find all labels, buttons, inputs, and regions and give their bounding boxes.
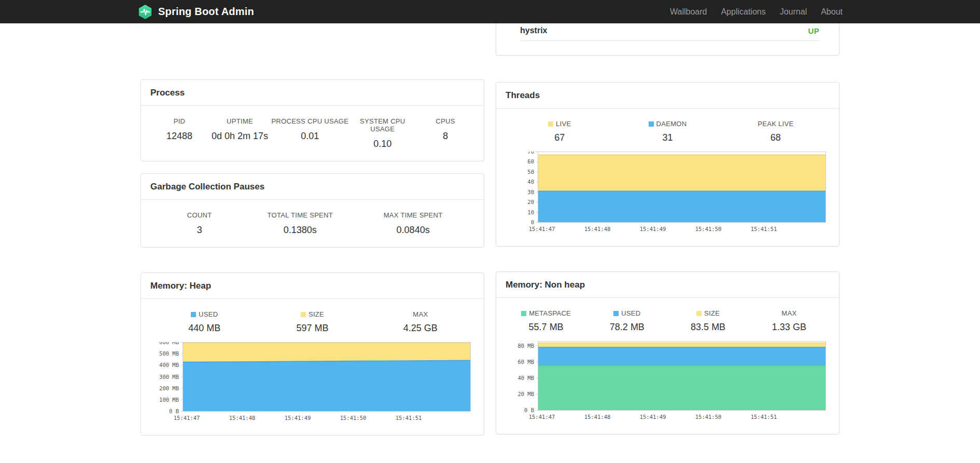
- stat-value: 0.1380s: [248, 225, 352, 236]
- svg-text:500 MB: 500 MB: [159, 350, 179, 357]
- stat-label: CPUS: [416, 117, 474, 125]
- nav-links: Wallboard Applications Journal About: [670, 7, 843, 17]
- legend-item-live: LIVE 67: [506, 120, 613, 143]
- memory-heap-panel-title: Memory: Heap: [141, 273, 484, 299]
- gc-panel-title: Garbage Collection Pauses: [141, 174, 484, 200]
- gc-stats: COUNT 3 TOTAL TIME SPENT 0.1380s MAX TIM…: [141, 200, 484, 247]
- legend-label: MAX: [413, 310, 428, 318]
- svg-text:400 MB: 400 MB: [159, 362, 179, 368]
- nav-item-about[interactable]: About: [821, 7, 843, 17]
- memory-nonheap-legend: METASPACE 55.7 MB USED 78.2 MB SIZE 83.5…: [506, 309, 830, 333]
- svg-text:200 MB: 200 MB: [159, 385, 179, 391]
- svg-text:15:41:49: 15:41:49: [285, 415, 311, 421]
- stat-value: 0.10: [348, 139, 416, 149]
- legend-item-max: MAX 4.25 GB: [367, 310, 474, 334]
- legend-item-used: USED 78.2 MB: [586, 309, 667, 333]
- svg-text:0 B: 0 B: [524, 407, 534, 413]
- application-row[interactable]: hystrix UP: [520, 23, 819, 41]
- process-panel-title: Process: [141, 80, 484, 106]
- memory-heap-chart: 0 B100 MB200 MB300 MB400 MB500 MB600 MB1…: [150, 342, 474, 426]
- right-column: hystrix UP Threads LIVE 67 DAEMON 31: [496, 23, 839, 435]
- svg-text:15:41:47: 15:41:47: [174, 415, 200, 421]
- nav-item-journal[interactable]: Journal: [780, 7, 807, 17]
- application-name[interactable]: hystrix: [520, 26, 547, 35]
- svg-text:30: 30: [527, 189, 534, 195]
- svg-text:70: 70: [527, 152, 534, 155]
- legend-item-size: SIZE 83.5 MB: [668, 309, 749, 333]
- brand-title: Spring Boot Admin: [158, 6, 254, 18]
- memory-nonheap-panel: Memory: Non heap METASPACE 55.7 MB USED …: [496, 271, 839, 434]
- daemon-swatch-icon: [649, 121, 654, 127]
- svg-text:15:41:48: 15:41:48: [229, 415, 256, 421]
- brand-link[interactable]: Spring Boot Admin: [137, 4, 254, 20]
- svg-text:10: 10: [527, 209, 534, 215]
- gc-panel: Garbage Collection Pauses COUNT 3 TOTAL …: [141, 173, 484, 248]
- stat-value: 0.0840s: [352, 225, 474, 236]
- memory-nonheap-panel-title: Memory: Non heap: [496, 272, 839, 298]
- svg-text:0: 0: [531, 219, 534, 225]
- left-column: Process PID 12488 UPTIME 0d 0h 2m 17s PR…: [141, 23, 484, 435]
- legend-item-size: SIZE 597 MB: [258, 310, 366, 334]
- legend-value: 68: [722, 132, 830, 143]
- stat-label: PROCESS CPU USAGE: [271, 117, 348, 125]
- svg-text:300 MB: 300 MB: [159, 374, 179, 380]
- threads-panel: Threads LIVE 67 DAEMON 31 PEAK LIVE 68: [496, 82, 839, 247]
- nav-item-applications[interactable]: Applications: [721, 7, 765, 17]
- legend-value: 1.33 GB: [749, 322, 830, 333]
- stat-gc-count: COUNT 3: [150, 211, 248, 236]
- legend-item-daemon: DAEMON 31: [613, 120, 721, 143]
- legend-label: DAEMON: [656, 120, 687, 128]
- svg-text:15:41:48: 15:41:48: [584, 414, 611, 420]
- svg-text:100 MB: 100 MB: [159, 397, 179, 403]
- legend-item-used: USED 440 MB: [150, 310, 258, 334]
- process-stats: PID 12488 UPTIME 0d 0h 2m 17s PROCESS CP…: [141, 106, 484, 161]
- legend-value: 78.2 MB: [586, 322, 667, 333]
- stat-gc-max-time: MAX TIME SPENT 0.0840s: [352, 211, 474, 236]
- application-status-card: hystrix UP: [496, 23, 839, 56]
- legend-item-metaspace: METASPACE 55.7 MB: [506, 309, 586, 333]
- svg-text:40 MB: 40 MB: [517, 375, 534, 381]
- svg-text:15:41:47: 15:41:47: [529, 414, 555, 420]
- stat-label: MAX TIME SPENT: [352, 211, 474, 219]
- legend-label: PEAK LIVE: [758, 120, 793, 128]
- svg-text:15:41:49: 15:41:49: [640, 226, 666, 232]
- legend-label: USED: [621, 309, 640, 317]
- process-panel: Process PID 12488 UPTIME 0d 0h 2m 17s PR…: [141, 79, 484, 161]
- svg-text:20: 20: [527, 199, 534, 205]
- threads-legend: LIVE 67 DAEMON 31 PEAK LIVE 68: [506, 120, 830, 143]
- stat-uptime: UPTIME 0d 0h 2m 17s: [208, 117, 271, 149]
- memory-nonheap-chart: 0 B20 MB40 MB60 MB80 MB15:41:4715:41:481…: [506, 341, 830, 425]
- legend-value: 83.5 MB: [668, 322, 749, 333]
- svg-text:15:41:49: 15:41:49: [640, 414, 666, 420]
- stat-value: 0.01: [271, 131, 348, 142]
- legend-label: LIVE: [556, 120, 571, 128]
- legend-item-max: MAX 1.33 GB: [749, 309, 830, 333]
- used-swatch-icon: [613, 311, 619, 316]
- live-swatch-icon: [548, 121, 553, 127]
- legend-item-peak-live: PEAK LIVE 68: [722, 120, 830, 143]
- legend-label: SIZE: [704, 309, 720, 317]
- stat-process-cpu: PROCESS CPU USAGE 0.01: [271, 117, 348, 149]
- stat-label: TOTAL TIME SPENT: [248, 211, 352, 219]
- stat-label: COUNT: [150, 211, 248, 219]
- svg-text:15:41:50: 15:41:50: [695, 226, 722, 232]
- stat-label: PID: [150, 117, 208, 125]
- stat-value: 0d 0h 2m 17s: [208, 131, 271, 142]
- legend-value: 31: [613, 132, 721, 143]
- stat-value: 8: [416, 131, 474, 142]
- nav-item-wallboard[interactable]: Wallboard: [670, 7, 707, 17]
- svg-text:60 MB: 60 MB: [517, 359, 534, 365]
- svg-text:80 MB: 80 MB: [517, 343, 534, 349]
- stat-system-cpu: SYSTEM CPU USAGE 0.10: [348, 117, 416, 149]
- svg-text:600 MB: 600 MB: [159, 342, 179, 345]
- used-swatch-icon: [191, 312, 196, 317]
- svg-text:40: 40: [527, 179, 534, 185]
- status-badge: UP: [808, 26, 819, 35]
- legend-value: 67: [506, 132, 613, 143]
- legend-value: 440 MB: [150, 323, 258, 334]
- svg-text:15:41:51: 15:41:51: [751, 226, 777, 232]
- size-swatch-icon: [696, 311, 702, 316]
- navbar: Spring Boot Admin Wallboard Applications…: [0, 0, 980, 23]
- svg-text:50: 50: [527, 169, 534, 175]
- metaspace-swatch-icon: [521, 311, 526, 316]
